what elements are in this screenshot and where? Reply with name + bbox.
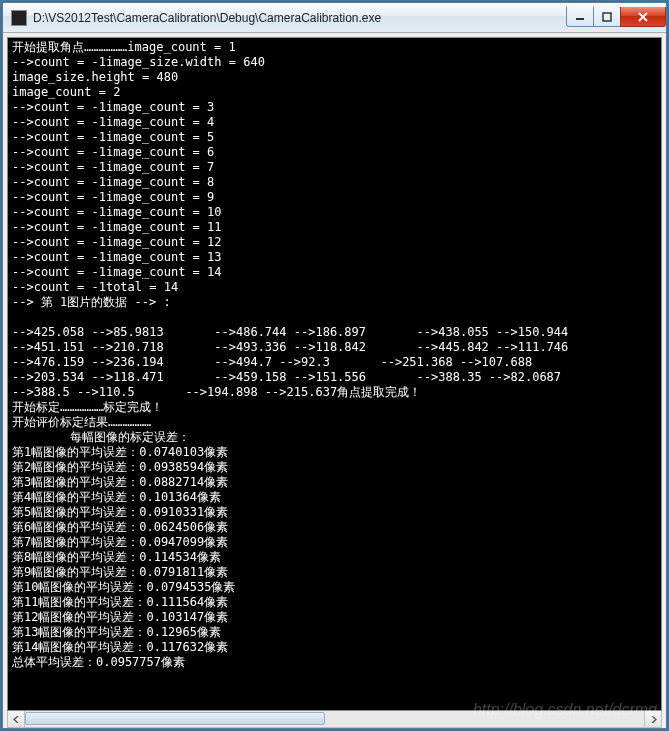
maximize-icon [602,12,612,22]
scrollbar-thumb[interactable] [25,712,325,725]
svg-rect-0 [576,18,584,20]
app-window: D:\VS2012Test\CameraCalibration\Debug\Ca… [2,2,667,729]
minimize-button[interactable] [566,7,594,27]
minimize-icon [575,12,585,22]
chevron-left-icon [13,716,20,723]
client-area: 开始提取角点………………image_count = 1 -->count = -… [3,33,666,728]
close-icon [638,12,648,22]
horizontal-scrollbar[interactable] [7,711,662,728]
title-bar[interactable]: D:\VS2012Test\CameraCalibration\Debug\Ca… [3,3,666,33]
svg-rect-1 [603,13,611,21]
chevron-right-icon [650,716,657,723]
scroll-right-button[interactable] [644,711,661,727]
scrollbar-track[interactable] [25,711,644,727]
app-icon [11,10,27,26]
console-output[interactable]: 开始提取角点………………image_count = 1 -->count = -… [7,37,662,711]
window-title: D:\VS2012Test\CameraCalibration\Debug\Ca… [33,11,567,25]
window-controls [567,7,666,27]
scroll-left-button[interactable] [8,711,25,727]
maximize-button[interactable] [593,7,621,27]
close-button[interactable] [620,7,666,27]
